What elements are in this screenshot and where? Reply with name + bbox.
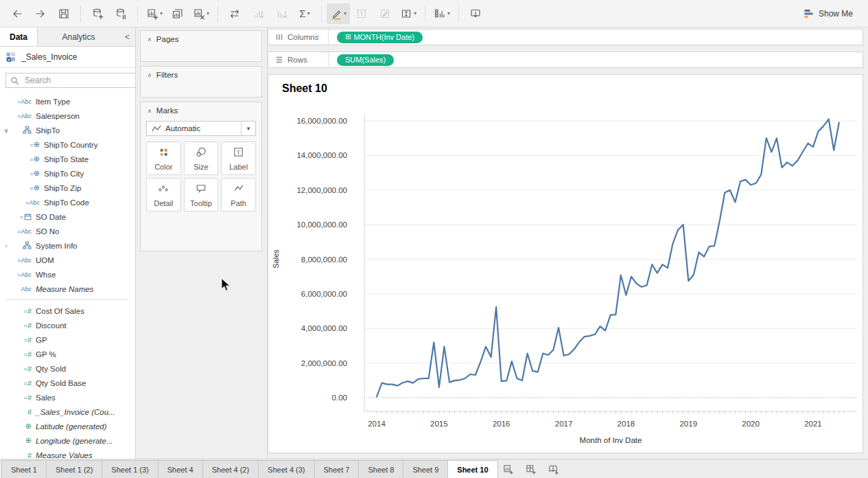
field-gp[interactable]: =#GP % (0, 347, 135, 361)
field-measure-values[interactable]: #Measure Values (0, 448, 135, 459)
field-so-date[interactable]: =SO Date (0, 209, 135, 224)
field-longitude-generate[interactable]: ⊕Longitude (generate... (0, 433, 135, 448)
datasource-row[interactable]: _Sales_Invoice (0, 47, 135, 68)
sheet-tab-sheet-10[interactable]: Sheet 10 (447, 460, 497, 478)
color-shelf-button[interactable]: Color (146, 141, 181, 175)
show-me-icon (804, 9, 814, 19)
show-totals-button[interactable]: Σ▾ (293, 3, 316, 24)
toolbar-separator (425, 5, 425, 22)
size-shelf-button[interactable]: Size (184, 141, 219, 175)
pages-card[interactable]: ∧ Pages (140, 30, 262, 62)
x-tick-label: 2016 (493, 420, 511, 428)
sheet-tab-sheet-4[interactable]: Sheet 4 (158, 460, 203, 478)
field-so-no[interactable]: =AbcSO No (0, 224, 135, 238)
show-me-button[interactable]: Show Me (819, 9, 853, 19)
field-whse[interactable]: =AbcWhse (0, 267, 135, 282)
new-story-button[interactable] (543, 460, 565, 478)
y-tick-label: 6,000,000.00 (301, 290, 347, 298)
field-shipto-code[interactable]: =AbcShipTo Code (0, 195, 135, 209)
field-salesperson[interactable]: =AbcSalesperson (0, 109, 135, 123)
format-borders-button[interactable]: ▾ (397, 3, 420, 24)
sheet-tab-sheet-4-3[interactable]: Sheet 4 (3) (258, 460, 314, 478)
field-sales-invoice-cou[interactable]: #_Sales_Invoice (Cou... (0, 405, 135, 419)
new-data-source-button[interactable] (86, 3, 109, 24)
collapse-chevron-icon[interactable]: ∧ (148, 72, 152, 78)
field-latitude-generated[interactable]: ⊕Latitude (generated) (0, 419, 135, 433)
field-cost-of-sales[interactable]: =#Cost Of Sales (0, 304, 135, 318)
pause-auto-updates-button[interactable] (109, 3, 132, 24)
filters-card[interactable]: ∧ Filters (140, 66, 262, 98)
field-uom[interactable]: =AbcUOM (0, 253, 135, 267)
columns-shelf-icon (275, 33, 283, 41)
highlight-button[interactable]: ▾ (327, 3, 350, 24)
sheet-tab-sheet-9[interactable]: Sheet 9 (403, 460, 448, 478)
globe-icon: ⊕ (11, 437, 32, 444)
sheet-tab-sheet-7[interactable]: Sheet 7 (314, 460, 360, 478)
redo-button[interactable] (29, 3, 52, 24)
dropdown-caret-icon[interactable]: ▾ (241, 122, 255, 135)
sheet-tab-sheet-1[interactable]: Sheet 1 (1, 460, 47, 478)
num-calc-icon: =# (11, 307, 32, 315)
mark-type-dropdown[interactable]: Automatic ▾ (146, 121, 256, 136)
toolbar-separator (458, 5, 459, 22)
save-button[interactable] (52, 3, 75, 24)
search-box[interactable] (5, 73, 136, 88)
abc-calc-icon: =Abc (19, 199, 40, 206)
line-mark-icon (147, 124, 165, 133)
expand-plus-box-icon[interactable]: ⊞ (345, 34, 351, 41)
abc-calc-icon: =Abc (11, 257, 32, 264)
field-qty-sold-base[interactable]: =#Qty Sold Base (0, 376, 135, 390)
field-shipto-city[interactable]: =⊕ShipTo City (0, 166, 135, 181)
filters-card-title: Filters (156, 71, 178, 79)
marks-buttons: ColorSizeTLabelDetailTooltipPath (146, 141, 256, 212)
field-measure-names[interactable]: AbcMeasure Names (0, 282, 135, 296)
rows-pill[interactable]: SUM(Sales) (337, 54, 394, 66)
swap-rows-columns-button[interactable] (223, 3, 246, 24)
sheet-tab-sheet-8[interactable]: Sheet 8 (358, 460, 403, 478)
sheet-tab-sheet-1-2[interactable]: Sheet 1 (2) (46, 460, 102, 478)
collapse-pane-icon[interactable]: < (119, 27, 135, 46)
field-discount[interactable]: =#Discount (0, 318, 135, 332)
field-shipto-state[interactable]: =⊕ShipTo State (0, 152, 135, 166)
fit-button[interactable]: ▾ (430, 3, 454, 24)
sheet-tab-sheet-1-3[interactable]: Sheet 1 (3) (102, 460, 158, 478)
new-dashboard-button[interactable] (520, 460, 543, 478)
sales-line-mark[interactable] (377, 120, 839, 397)
sheet-tab-sheet-4-2[interactable]: Sheet 4 (2) (202, 460, 259, 478)
collapse-arrow-icon[interactable]: ∨ (3, 123, 10, 137)
field-shipto-zip[interactable]: =⊕ShipTo Zip (0, 181, 135, 195)
sales-line-chart: 0.002,000,000.004,000,000.006,000,000.00… (268, 75, 863, 451)
field-system-info[interactable]: ›System Info (0, 238, 135, 253)
y-tick-label: 14,000,000.00 (296, 151, 347, 159)
presentation-mode-button[interactable] (464, 3, 487, 24)
detail-shelf-button[interactable]: Detail (146, 178, 181, 212)
clear-sheet-button[interactable]: ▾ (189, 3, 213, 24)
field-shipto-country[interactable]: =⊕ShipTo Country (0, 137, 135, 152)
sort-ascending-button (246, 3, 270, 24)
new-worksheet-button[interactable]: ▾ (143, 3, 166, 24)
marks-card-title: Marks (156, 106, 178, 115)
field-shipto[interactable]: ∨ShipTo (0, 123, 135, 137)
columns-shelf[interactable]: Columns ⊞MONTH(Inv Date) (268, 29, 863, 45)
field-gp[interactable]: =#GP (0, 332, 135, 347)
field-sales[interactable]: =#Sales (0, 390, 135, 405)
rows-shelf[interactable]: Rows SUM(Sales) (268, 52, 863, 68)
collapse-chevron-icon[interactable]: ∧ (148, 36, 152, 43)
undo-button[interactable] (5, 3, 29, 24)
duplicate-sheet-button[interactable] (166, 3, 189, 24)
new-worksheet-button[interactable] (497, 460, 520, 478)
x-tick-label: 2015 (430, 420, 448, 428)
x-tick-label: 2018 (618, 420, 635, 428)
columns-pill[interactable]: ⊞MONTH(Inv Date) (337, 32, 423, 43)
path-shelf-button[interactable]: Path (221, 178, 256, 212)
search-input[interactable] (23, 75, 132, 86)
expand-arrow-icon[interactable]: › (3, 238, 10, 253)
label-shelf-button[interactable]: TLabel (221, 141, 256, 175)
field-item-type[interactable]: =AbcItem Type (0, 94, 135, 109)
collapse-chevron-icon[interactable]: ∧ (148, 108, 152, 114)
num-icon: # (11, 451, 32, 459)
tooltip-shelf-button[interactable]: Tooltip (184, 178, 219, 212)
tab-analytics[interactable]: Analytics (38, 27, 119, 46)
tab-data[interactable]: Data (0, 27, 38, 46)
field-qty-sold[interactable]: =#Qty Sold (0, 361, 135, 376)
